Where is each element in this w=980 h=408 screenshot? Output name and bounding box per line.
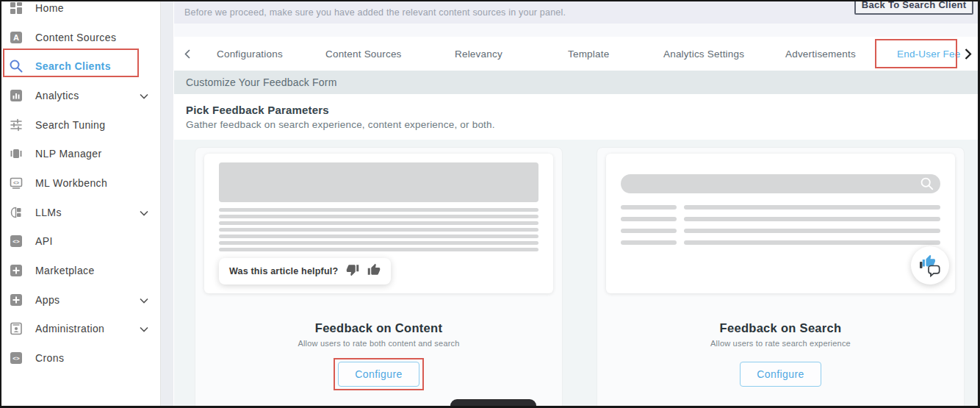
thumbs-down-icon [346, 263, 359, 279]
sidebar-item-label: Marketplace [35, 265, 95, 276]
configure-search-button[interactable]: Configure [740, 362, 821, 387]
svg-text:A: A [13, 33, 19, 42]
svg-text:<>: <> [13, 179, 19, 185]
sidebar-item-apps[interactable]: Apps [1, 285, 160, 315]
thumbs-up-chat-icon [918, 253, 943, 278]
tabs-scroll-left-button[interactable] [184, 37, 190, 71]
sidebar-item-search-tuning[interactable]: Search Tuning [1, 110, 160, 140]
tab-analytics-settings[interactable]: Analytics Settings [663, 37, 744, 71]
sidebar-item-label: Apps [35, 294, 60, 306]
article-text-placeholder [219, 208, 538, 251]
sidebar-nav: Home A Content Sources Search Clients An… [1, 0, 160, 373]
configure-content-button[interactable]: Configure [338, 362, 419, 387]
tabs-scroll-right-button[interactable] [965, 37, 972, 71]
nlp-manager-icon [9, 146, 24, 161]
chevron-down-icon [140, 293, 148, 307]
tab-bar: Configurations Content Sources Relevancy… [174, 37, 978, 71]
card-title: Feedback on Search [597, 321, 964, 335]
article-preview: Was this article helpful? [204, 154, 553, 293]
configure-annotation-box: Configure [334, 358, 423, 390]
feedback-on-search-card: Feedback on Search Allow users to rate s… [597, 147, 965, 406]
sidebar-item-label: Administration [35, 323, 104, 334]
sidebar-item-label: Analytics [35, 90, 79, 101]
chevron-down-icon [140, 89, 148, 102]
search-clients-icon [9, 59, 24, 74]
sidebar-item-label: NLP Manager [35, 148, 102, 160]
svg-text:<>: <> [12, 238, 20, 245]
tab-advertisements[interactable]: Advertisements [785, 37, 856, 71]
sidebar-item-analytics[interactable]: Analytics [1, 81, 160, 110]
home-icon [9, 1, 24, 15]
sidebar-item-label: Crons [35, 352, 64, 364]
card-subtitle: Allow users to rate search experience [597, 339, 964, 348]
notification-message: Before we proceed, make sure you have ad… [184, 7, 566, 18]
tab-end-user-feedback[interactable]: End-User Fee [897, 37, 960, 71]
content-sources-icon: A [9, 30, 24, 45]
sidebar-item-label: Home [35, 2, 64, 14]
feedback-cards-area: Was this article helpful? Feedback on Co… [174, 140, 978, 406]
sidebar-item-label: Content Sources [35, 32, 116, 43]
helpful-prompt-pill: Was this article helpful? [219, 258, 391, 284]
search-bar-placeholder [621, 174, 940, 193]
card-body: Feedback on Search Allow users to rate s… [597, 321, 964, 390]
card-body: Feedback on Content Allow users to rate … [195, 321, 562, 390]
chevron-down-icon [140, 322, 148, 335]
sidebar-item-search-clients[interactable]: Search Clients [1, 51, 160, 81]
configure-wrapper: Configure [735, 358, 825, 390]
page-title: Pick Feedback Parameters [186, 104, 966, 116]
feedback-on-content-card: Was this article helpful? Feedback on Co… [195, 147, 563, 406]
sidebar-item-label: Search Tuning [35, 119, 105, 131]
sidebar-item-content-sources[interactable]: A Content Sources [1, 23, 160, 52]
tab-relevancy[interactable]: Relevancy [455, 37, 502, 71]
administration-icon [9, 321, 24, 336]
search-icon [920, 176, 934, 191]
sidebar-item-label: Search Clients [35, 60, 111, 72]
chat-launcher-pill[interactable] [450, 399, 536, 406]
api-icon: <> [9, 234, 24, 248]
marketplace-icon [9, 263, 24, 278]
analytics-icon [9, 88, 24, 103]
main-area: Before we proceed, make sure you have ad… [174, 1, 978, 406]
sidebar-item-marketplace[interactable]: Marketplace [1, 256, 160, 285]
llms-icon [9, 205, 24, 220]
back-to-search-client-button[interactable]: Back To Search Client [854, 0, 973, 15]
feedback-badge [911, 246, 949, 284]
apps-icon [9, 293, 24, 307]
search-tuning-icon [9, 118, 24, 132]
card-title: Feedback on Content [195, 321, 562, 335]
sidebar-item-crons[interactable]: <> Crons [1, 343, 160, 373]
sidebar-item-home[interactable]: Home [1, 0, 160, 23]
card-subtitle: Allow users to rate both content and sea… [195, 339, 562, 348]
intro-block: Pick Feedback Parameters Gather feedback… [174, 94, 978, 140]
helpful-prompt-label: Was this article helpful? [229, 266, 338, 276]
app-window: Home A Content Sources Search Clients An… [0, 0, 980, 408]
sidebar-divider [160, 1, 173, 406]
tab-template[interactable]: Template [568, 37, 609, 71]
notification-bar: Before we proceed, make sure you have ad… [174, 1, 978, 24]
chevron-down-icon [140, 206, 148, 219]
section-header: Customize Your Feedback Form [174, 71, 978, 94]
sidebar-item-label: ML Workbench [35, 177, 107, 189]
sidebar-item-api[interactable]: <> API [1, 227, 160, 257]
search-results-placeholder [621, 205, 940, 245]
svg-text:<>: <> [12, 355, 20, 362]
sidebar-item-administration[interactable]: Administration [1, 315, 160, 344]
sidebar: Home A Content Sources Search Clients An… [1, 1, 160, 406]
sidebar-item-nlp-manager[interactable]: NLP Manager [1, 139, 160, 168]
sidebar-item-label: API [35, 235, 53, 247]
section-header-title: Customize Your Feedback Form [186, 76, 337, 88]
content-panel: Configurations Content Sources Relevancy… [174, 37, 978, 406]
tab-configurations[interactable]: Configurations [217, 37, 283, 71]
ml-workbench-icon: <> [9, 176, 24, 190]
page-subtitle: Gather feedback on search experience, co… [186, 119, 966, 130]
crons-icon: <> [9, 351, 24, 365]
sidebar-item-llms[interactable]: LLMs [1, 198, 160, 227]
search-preview [606, 154, 955, 293]
sidebar-item-label: LLMs [35, 207, 62, 218]
tab-content-sources[interactable]: Content Sources [325, 37, 402, 71]
thumbs-up-icon [367, 263, 381, 279]
article-image-placeholder [219, 162, 538, 202]
sidebar-item-ml-workbench[interactable]: <> ML Workbench [1, 168, 160, 198]
